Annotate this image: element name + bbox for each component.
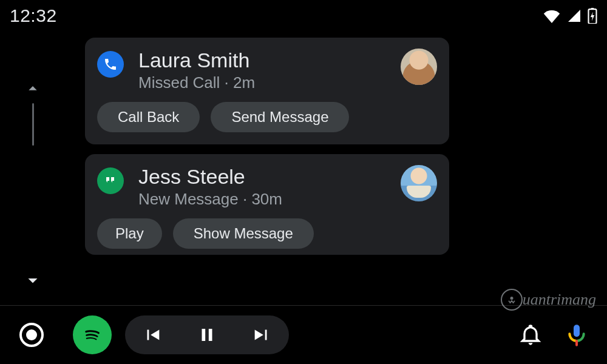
scroll-indicator xyxy=(21,79,45,291)
media-controls xyxy=(125,315,289,354)
scroll-up-icon[interactable] xyxy=(23,79,42,98)
status-bar: 12:32 xyxy=(0,0,607,32)
notification-list: Laura Smith Missed Call · 2m Call Back S… xyxy=(85,38,449,255)
notification-card[interactable]: Laura Smith Missed Call · 2m Call Back S… xyxy=(85,38,449,144)
svg-point-6 xyxy=(510,297,513,300)
notification-title: Laura Smith xyxy=(138,49,401,72)
scroll-track xyxy=(32,103,34,146)
notification-title: Jess Steele xyxy=(138,165,401,189)
next-button[interactable] xyxy=(251,325,272,345)
pause-button[interactable] xyxy=(197,325,217,345)
notifications-icon[interactable] xyxy=(518,323,543,347)
previous-button[interactable] xyxy=(142,325,163,345)
clock: 12:32 xyxy=(10,5,57,26)
spotify-icon[interactable] xyxy=(73,315,112,354)
notification-subtitle: New Message · 30m xyxy=(138,190,401,209)
notification-card[interactable]: Jess Steele New Message · 30m Play Show … xyxy=(85,154,449,255)
play-button[interactable]: Play xyxy=(97,218,162,249)
launcher-button[interactable] xyxy=(12,315,51,354)
cellular-icon xyxy=(567,8,582,23)
notification-subtitle: Missed Call · 2m xyxy=(138,73,401,92)
scroll-down-icon[interactable] xyxy=(22,269,44,291)
phone-icon xyxy=(97,51,124,78)
svg-point-3 xyxy=(26,329,37,340)
battery-icon xyxy=(588,8,597,24)
bottom-nav xyxy=(0,306,607,364)
svg-rect-4 xyxy=(574,325,580,337)
status-icons xyxy=(543,8,597,24)
assistant-mic-icon[interactable] xyxy=(565,323,589,347)
avatar xyxy=(401,49,437,85)
wifi-icon xyxy=(543,8,561,23)
avatar xyxy=(401,165,437,201)
call-back-button[interactable]: Call Back xyxy=(97,102,200,132)
hangouts-icon xyxy=(97,167,124,194)
send-message-button[interactable]: Send Message xyxy=(211,102,349,132)
show-message-button[interactable]: Show Message xyxy=(173,218,314,249)
